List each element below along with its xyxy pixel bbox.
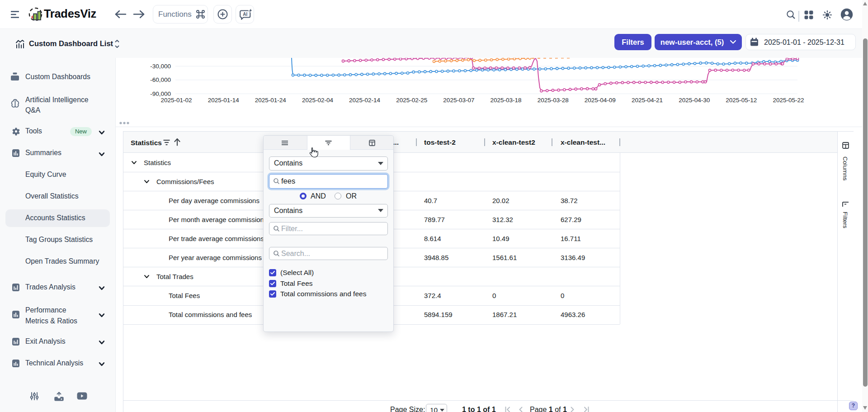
svg-text:2025-02-14: 2025-02-14 [349,97,381,104]
svg-text:2025-02-25: 2025-02-25 [396,97,427,104]
svg-text:2025-05-12: 2025-05-12 [726,97,757,104]
svg-text:2025-05-22: 2025-05-22 [773,97,804,104]
svg-text:-60,000: -60,000 [150,76,171,83]
svg-text:2025-01-24: 2025-01-24 [255,97,287,104]
svg-text:2025-02-04: 2025-02-04 [302,97,334,104]
svg-text:-30,000: -30,000 [150,63,171,70]
svg-text:-90,000: -90,000 [150,90,171,97]
svg-text:2025-01-02: 2025-01-02 [160,97,192,104]
svg-text:2025-03-18: 2025-03-18 [491,97,522,104]
svg-text:2025-01-14: 2025-01-14 [208,97,240,104]
svg-text:AI: AI [243,12,247,17]
svg-text:2025-03-07: 2025-03-07 [443,97,474,104]
svg-text:2025-04-09: 2025-04-09 [585,97,616,104]
svg-text:2025-04-30: 2025-04-30 [679,97,710,104]
svg-text:2025-04-21: 2025-04-21 [632,97,663,104]
svg-text:2025-03-28: 2025-03-28 [538,97,569,104]
